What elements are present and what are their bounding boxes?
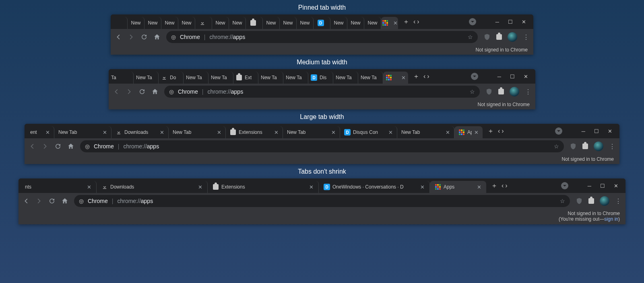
tab-scroll-right-icon[interactable]: › [427,73,429,80]
tab-scroll-left-icon[interactable]: ‹ [413,18,415,25]
new-tab-button[interactable]: ＋ [487,127,494,135]
tab[interactable]: Downloads✕ [97,181,208,193]
close-button[interactable]: ✕ [522,19,526,25]
sign-in-link[interactable]: sign in [604,216,618,222]
maximize-button[interactable]: ☐ [510,74,515,80]
tab-scroll-left-icon[interactable]: ‹ [498,127,500,135]
minimize-button[interactable]: ─ [495,19,499,25]
tab[interactable]: Apps✕ [430,181,486,193]
profile-avatar[interactable] [600,196,609,206]
reload-button[interactable] [138,88,146,95]
minimize-button[interactable]: ─ [588,183,591,189]
tab-scroll-left-icon[interactable]: ‹ [423,73,425,80]
tab[interactable]: New Tab✕ [397,126,454,138]
tab[interactable] [195,17,212,29]
tab[interactable]: New [178,17,195,29]
tab[interactable]: D [314,17,330,29]
home-button[interactable] [151,88,159,95]
forward-button[interactable] [41,143,49,150]
bookmark-star-icon[interactable]: ☆ [554,143,559,150]
tab[interactable]: DDisqus Con✕ [340,126,397,138]
tab-close-icon[interactable]: ✕ [198,185,202,190]
tab[interactable]: New [280,17,297,29]
bookmark-star-icon[interactable]: ☆ [560,198,565,204]
reload-button[interactable] [140,33,148,41]
tab[interactable]: New Ta [283,72,308,84]
tab-search-button[interactable] [561,182,568,189]
new-tab-button[interactable]: ＋ [413,72,419,81]
tab-search-button[interactable] [555,127,562,135]
tab-close-icon[interactable]: ✕ [388,130,393,135]
tab[interactable]: nts✕ [20,181,97,193]
minimize-button[interactable]: ─ [582,128,585,134]
address-bar[interactable]: ◎ Chrome | chrome://apps ☆ [164,86,480,98]
kebab-menu-icon[interactable]: ⋮ [609,143,615,150]
tab[interactable]: Ext [233,72,258,84]
home-button[interactable] [67,143,74,150]
home-button[interactable] [61,197,68,205]
address-bar[interactable]: ◎ Chrome | chrome://apps ☆ [80,140,564,152]
tab[interactable]: New Tab✕ [54,126,111,138]
profile-avatar[interactable] [510,87,519,96]
forward-button[interactable] [128,33,135,41]
extensions-puzzle-icon[interactable] [498,89,504,94]
tab[interactable]: New Tab✕ [283,126,340,138]
tab[interactable]: New [297,17,314,29]
tab-close-icon[interactable]: ✕ [420,185,425,190]
tab[interactable]: New [229,17,246,29]
reload-button[interactable] [48,197,56,205]
tab[interactable]: Do [159,72,184,84]
tab[interactable]: New [364,17,381,29]
tab[interactable]: Downloads✕ [111,126,169,138]
tab-close-icon[interactable]: ✕ [45,130,50,135]
home-button[interactable] [153,33,161,41]
new-tab-button[interactable]: ＋ [491,182,497,190]
tab-search-button[interactable] [469,18,476,25]
shield-icon[interactable] [485,88,493,95]
extensions-puzzle-icon[interactable] [496,34,502,40]
back-button[interactable] [115,33,122,41]
bookmark-star-icon[interactable]: ☆ [470,88,475,95]
tab-close-icon[interactable]: ✕ [160,130,164,135]
tab[interactable]: Ta [109,72,134,84]
tab[interactable]: New Ta [358,72,383,84]
tab[interactable]: New Ta [208,72,233,84]
shield-icon[interactable] [570,143,577,150]
close-button[interactable]: ✕ [608,128,612,134]
tab-scroll-right-icon[interactable]: › [502,127,504,135]
tab-close-icon[interactable]: ✕ [401,75,406,80]
profile-avatar[interactable] [594,142,603,151]
tab[interactable]: New [212,17,229,29]
new-tab-button[interactable]: ＋ [403,18,409,26]
tab-scroll-right-icon[interactable]: › [417,18,419,25]
close-button[interactable]: ✕ [614,183,618,189]
tab[interactable]: New Ta [184,72,208,84]
forward-button[interactable] [35,197,43,205]
back-button[interactable] [113,88,120,95]
back-button[interactable] [29,143,36,150]
bookmark-star-icon[interactable]: ☆ [468,34,473,40]
profile-avatar[interactable] [508,32,517,42]
kebab-menu-icon[interactable]: ⋮ [523,33,529,41]
tab-close-icon[interactable]: ✕ [87,185,91,190]
tab-close-icon[interactable]: ✕ [103,130,107,135]
tab-scroll-right-icon[interactable]: › [505,182,507,189]
extensions-puzzle-icon[interactable] [582,144,588,149]
maximize-button[interactable]: ☐ [600,183,605,189]
tab[interactable]: DOneWindows · Conversations · D✕ [319,181,430,193]
tab-close-icon[interactable]: ✕ [474,130,479,135]
tab-close-icon[interactable]: ✕ [393,21,398,26]
tab-close-icon[interactable]: ✕ [477,185,481,190]
tab[interactable]: New [330,17,347,29]
reload-button[interactable] [54,143,62,150]
address-bar[interactable]: ◎ Chrome | chrome://apps ☆ [166,31,478,43]
extensions-puzzle-icon[interactable] [588,198,594,204]
shield-icon[interactable] [483,33,491,41]
forward-button[interactable] [126,88,133,95]
tab[interactable]: App✕ [454,126,483,138]
maximize-button[interactable]: ☐ [508,19,513,25]
tab[interactable]: Extensions✕ [208,181,319,193]
tab[interactable]: ✕ [383,72,408,84]
maximize-button[interactable]: ☐ [594,128,599,134]
shield-icon[interactable] [576,197,583,205]
